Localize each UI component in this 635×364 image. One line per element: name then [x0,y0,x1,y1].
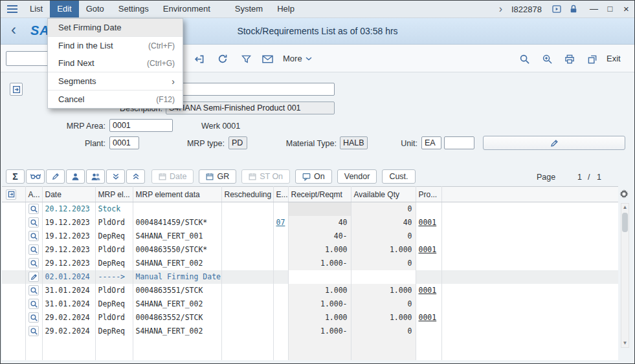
col-receipt[interactable]: Receipt/Reqmt [288,187,351,202]
menu-system[interactable]: System [228,1,270,17]
col-date[interactable]: Date [42,187,95,202]
cust-button-label: Cust. [389,172,408,181]
col-a[interactable]: A... [25,187,42,202]
table-row-firming-date[interactable]: 02.01.2024 -----> Manual Firming Date [2,270,618,284]
col-e[interactable]: E... [273,187,288,202]
minimize-button[interactable]: — [586,1,602,17]
pro-link[interactable]: 0001 [419,286,437,295]
date-button[interactable]: Date [151,169,194,184]
exit-button[interactable]: Exit [607,54,621,63]
table-row[interactable]: 31.01.2024 DepReq S4HANA_FERT_002 1.000-… [2,297,618,311]
material-type-field[interactable]: HALB [340,136,368,149]
magnifier-icon[interactable] [28,285,39,295]
maximize-button[interactable]: □ [602,1,618,17]
pencil-icon[interactable] [28,272,39,282]
table-row[interactable]: 29.12.2023 DepReq S4HANA_FERT_002 1.000-… [2,257,618,270]
menu-bar: List Edit Goto Settings Environment Syst… [1,1,634,18]
vertical-scrollbar[interactable]: ▲ ▼ [621,203,629,348]
people-button[interactable] [86,169,105,184]
expand-header-icon[interactable] [10,83,23,96]
search-icon[interactable] [517,52,531,65]
cell-mrp-el: DepReq [95,257,133,270]
mrp-area-field[interactable]: 0001 [109,119,173,132]
lock-icon[interactable] [570,5,577,14]
col-mrp-element-data[interactable]: MRP element data [133,187,221,202]
close-button[interactable]: × [618,1,634,17]
col-available[interactable]: Available Qty [351,187,416,202]
person-button[interactable] [66,169,85,184]
cell-mrp-el: DepReq [95,230,133,243]
edit-menu: Set Firming Date Find in the List (Ctrl+… [47,18,183,109]
shortcut-icon[interactable] [585,52,599,65]
screen-play-icon[interactable] [552,5,561,13]
menu-item-find-in-list[interactable]: Find in the List (Ctrl+F) [48,37,183,54]
printer-icon[interactable] [563,52,577,65]
menu-item-find-next[interactable]: Find Next (Ctrl+G) [48,54,183,72]
mrp-area-label: MRP Area: [41,122,106,131]
menu-item-cancel[interactable]: Cancel (F12) [48,91,183,108]
col-mrp-el[interactable]: MRP el... [95,187,133,202]
cell-data: 0004863550/STCK* [133,243,221,257]
table-row[interactable]: 29.12.2023 PldOrd 0004863550/STCK* 1.000… [2,243,618,257]
scrollbar-thumb[interactable] [622,213,628,232]
box-arrow-icon[interactable] [6,189,16,200]
cust-button[interactable]: Cust. [382,169,415,184]
magnifier-icon[interactable] [28,326,39,336]
glasses-button[interactable] [26,169,45,184]
menu-item-set-firming-date[interactable]: Set Firming Date [48,19,183,36]
vendor-button[interactable]: Vendor [337,169,377,184]
mrp-type-field[interactable]: PD [228,136,247,149]
edit-list-button[interactable] [46,169,65,184]
scroll-down-icon[interactable]: ▼ [623,339,628,347]
table-row[interactable]: 19.12.2023 PldOrd 0004841459/STCK* 07 40… [2,216,618,230]
filter-icon[interactable] [239,52,253,65]
menu-help[interactable]: Help [270,1,302,17]
unit-field[interactable]: EA [421,136,441,149]
col-pro[interactable]: Pro... [416,187,441,202]
magnifier-icon[interactable] [28,244,39,255]
menu-environment[interactable]: Environment [156,1,217,17]
plant-field[interactable]: 0001 [109,136,139,149]
menu-list[interactable]: List [23,1,50,17]
menu-settings[interactable]: Settings [111,1,156,17]
magnifier-icon[interactable] [28,231,39,241]
magnifier-icon[interactable] [28,217,39,228]
hamburger-menu-icon[interactable] [1,1,23,17]
pro-link[interactable]: 0001 [419,218,437,227]
scroll-up-icon[interactable]: ▲ [623,204,628,211]
double-chevron-up-button[interactable] [126,169,145,184]
table-row[interactable]: 31.01.2024 PldOrd 0004863551/STCK 1.000 … [2,284,618,297]
description-field[interactable]: S4HANA Semi-Finished Product 001 [166,102,335,114]
email-icon[interactable] [260,52,274,65]
more-button[interactable]: More [283,54,312,63]
edit-button[interactable] [483,136,625,150]
on-button[interactable]: On [295,169,332,184]
table-row[interactable]: 29.02.2024 PldOrd 0004863552/STCK 1.000 … [2,311,618,325]
door-arrow-icon[interactable] [192,52,206,65]
exception-link[interactable]: 07 [276,218,285,227]
col-rescheduling[interactable]: Rescheduling ... [221,187,273,202]
material-type-label: Material Type: [272,139,337,148]
sum-button[interactable]: Σ [6,169,25,184]
pro-link[interactable]: 0001 [419,245,437,254]
magnifier-icon[interactable] [28,312,39,323]
chevron-right-icon[interactable]: › [490,1,511,17]
magnifier-icon[interactable] [28,258,39,268]
st-on-button[interactable]: ST On [241,169,290,184]
refresh-icon[interactable] [216,52,230,65]
table-settings-gear-icon[interactable] [619,189,629,201]
magnifier-icon[interactable] [28,204,39,214]
pro-link[interactable]: 0001 [419,313,437,322]
menu-edit[interactable]: Edit [50,1,78,17]
search-plus-icon[interactable] [540,52,554,65]
table-row[interactable]: 29.02.2024 DepReq S4HANA_FERT_002 1.000-… [2,325,618,338]
magnifier-icon[interactable] [28,299,39,309]
material-field[interactable] [166,83,335,96]
double-chevron-down-button[interactable] [106,169,125,184]
table-row[interactable]: 20.12.2023 Stock 0 [2,202,618,216]
table-row[interactable]: 19.12.2023 DepReq S4HANA_FERT_001 40- 0 [2,230,618,243]
gr-button[interactable]: GR [199,169,236,184]
menu-item-segments[interactable]: Segments › [48,72,183,90]
menu-goto[interactable]: Goto [79,1,111,17]
unit-extra-field[interactable] [444,136,474,149]
